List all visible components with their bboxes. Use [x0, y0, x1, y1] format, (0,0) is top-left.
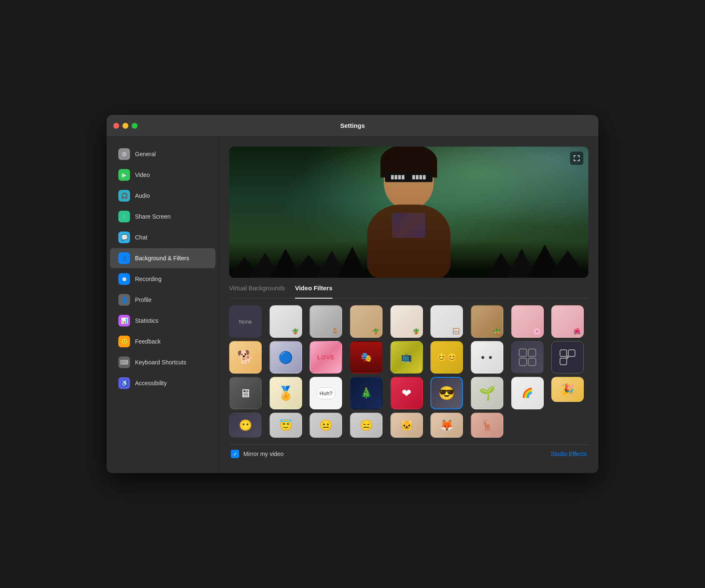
- filter-item[interactable]: 🦊: [430, 413, 463, 438]
- filter-icon: 🪴: [292, 328, 299, 334]
- sidebar-label-keyboard-shortcuts: Keyboard Shortcuts: [135, 359, 186, 366]
- filter-item[interactable]: 🔵: [270, 341, 302, 374]
- close-button[interactable]: [113, 123, 119, 129]
- svg-rect-24: [560, 358, 567, 365]
- filter-icon: 🐕: [237, 349, 254, 365]
- filter-icon: 🖥: [240, 386, 251, 400]
- sidebar-item-profile[interactable]: 👤 Profile: [110, 290, 215, 310]
- filter-icon: 🪴: [412, 328, 420, 334]
- filters-grid: None 🪴 🪑 🪴 🪴 🪟 🪴: [229, 305, 588, 438]
- filter-item[interactable]: [551, 341, 584, 374]
- studio-effects-link[interactable]: Studio Effects: [551, 451, 587, 457]
- filter-icon: 🪑: [332, 328, 339, 334]
- filter-icon: [517, 347, 538, 368]
- filter-item[interactable]: 🌺: [551, 305, 584, 338]
- filter-item-selected[interactable]: 😎: [430, 377, 463, 409]
- filter-item[interactable]: 🌈: [511, 377, 544, 409]
- sidebar-item-audio[interactable]: 🎧 Audio: [110, 186, 215, 206]
- sidebar-label-share-screen: Share Screen: [135, 213, 171, 220]
- expand-video-button[interactable]: [570, 152, 583, 165]
- sidebar-label-accessibility: Accessibility: [135, 380, 167, 386]
- content-area: ⚙ General ▶ Video 🎧 Audio ↑ Share Screen…: [107, 137, 598, 473]
- filter-icon: 🌈: [522, 388, 533, 399]
- svg-rect-20: [519, 358, 527, 366]
- filter-item[interactable]: 🐕: [229, 341, 262, 374]
- svg-rect-15: [574, 159, 575, 161]
- sidebar-label-video: Video: [135, 172, 150, 178]
- main-panel: ▓▓▓▓ ▓▓▓▓: [219, 137, 598, 473]
- filter-icon: 😶: [239, 419, 252, 432]
- sidebar-item-feedback[interactable]: 🙂 Feedback: [110, 331, 215, 351]
- sidebar-item-accessibility[interactable]: ♿ Accessibility: [110, 373, 215, 393]
- sidebar-item-video[interactable]: ▶ Video: [110, 165, 215, 185]
- sidebar-item-background-filters[interactable]: 👤 Background & Filters: [110, 248, 215, 268]
- filter-icon: 🌱: [479, 385, 495, 401]
- filter-item[interactable]: 🪴: [390, 305, 423, 338]
- filter-icon: 😎: [438, 385, 455, 401]
- filter-icon: ● ●: [481, 354, 493, 361]
- filter-item[interactable]: ● ●: [471, 341, 503, 374]
- filter-item[interactable]: 🐱: [390, 413, 423, 438]
- filter-icon: 😊😊: [436, 352, 457, 362]
- filter-item[interactable]: 🪴: [471, 305, 503, 338]
- tab-virtual-backgrounds[interactable]: Virtual Backgrounds: [229, 284, 285, 295]
- filter-item[interactable]: 😊😊: [430, 341, 463, 374]
- sidebar-item-chat[interactable]: 💬 Chat: [110, 227, 215, 247]
- chat-icon: 💬: [118, 232, 130, 243]
- filter-icon: LOVE: [317, 354, 335, 361]
- filter-item[interactable]: 😐: [310, 413, 342, 438]
- filter-item[interactable]: 🪑: [310, 305, 342, 338]
- accessibility-icon: ♿: [118, 377, 130, 389]
- filter-item[interactable]: 📺: [390, 341, 423, 374]
- feedback-icon: 🙂: [118, 336, 130, 347]
- video-icon: ▶: [118, 169, 130, 181]
- tab-video-filters[interactable]: Video Filters: [295, 284, 332, 299]
- filter-item[interactable]: 🪴: [270, 305, 302, 338]
- filter-item[interactable]: 🦌: [471, 413, 503, 438]
- sidebar-item-general[interactable]: ⚙ General: [110, 144, 215, 164]
- svg-rect-17: [579, 159, 580, 161]
- audio-icon: 🎧: [118, 190, 130, 202]
- filter-item[interactable]: 🏅: [270, 377, 302, 409]
- mirror-video-checkbox[interactable]: ✓: [231, 450, 239, 458]
- filter-none[interactable]: None: [229, 305, 262, 338]
- sidebar-label-chat: Chat: [135, 234, 148, 241]
- filter-item[interactable]: 😇: [270, 413, 302, 438]
- sidebar-item-keyboard-shortcuts[interactable]: ⌨ Keyboard Shortcuts: [110, 352, 215, 372]
- svg-rect-19: [528, 349, 536, 356]
- sidebar-label-background-filters: Background & Filters: [135, 255, 189, 262]
- minimize-button[interactable]: [122, 123, 128, 129]
- filter-item[interactable]: 😶: [229, 413, 262, 438]
- filter-item[interactable]: 🪟: [430, 305, 463, 338]
- sidebar-item-recording[interactable]: ⏺ Recording: [110, 269, 215, 289]
- filter-icon: 🪴: [493, 328, 500, 334]
- titlebar: Settings: [107, 115, 598, 137]
- filter-item[interactable]: 🖥: [229, 377, 262, 409]
- filter-item[interactable]: 🎉: [551, 377, 584, 402]
- filter-item[interactable]: 🌸: [511, 305, 544, 338]
- mirror-video-label: Mirror my video: [243, 451, 283, 457]
- sidebar-label-audio: Audio: [135, 192, 150, 199]
- sidebar-item-share-screen[interactable]: ↑ Share Screen: [110, 207, 215, 227]
- filter-item[interactable]: 😑: [350, 413, 382, 438]
- filter-item[interactable]: 🎭: [350, 341, 382, 374]
- filter-item[interactable]: LOVE: [310, 341, 342, 374]
- svg-rect-21: [528, 358, 536, 366]
- filter-icon: [558, 348, 577, 366]
- filter-item[interactable]: Huh?: [310, 377, 342, 409]
- recording-icon: ⏺: [118, 273, 130, 285]
- sidebar-item-statistics[interactable]: 📊 Statistics: [110, 311, 215, 331]
- filter-item[interactable]: ❤: [390, 377, 423, 409]
- share-screen-icon: ↑: [118, 211, 130, 222]
- filter-icon: 🔵: [278, 351, 293, 364]
- filter-item[interactable]: 🌱: [471, 377, 503, 409]
- filter-item[interactable]: [511, 341, 544, 374]
- settings-window: Settings ⚙ General ▶ Video 🎧 Audio ↑ Sha…: [107, 115, 598, 473]
- filter-item[interactable]: 🎄: [350, 377, 382, 409]
- svg-rect-22: [560, 350, 567, 356]
- filter-icon: 🦌: [480, 419, 494, 432]
- filter-item[interactable]: 🪴: [350, 305, 382, 338]
- sidebar-label-recording: Recording: [135, 276, 162, 282]
- maximize-button[interactable]: [132, 123, 138, 129]
- svg-rect-11: [574, 155, 575, 157]
